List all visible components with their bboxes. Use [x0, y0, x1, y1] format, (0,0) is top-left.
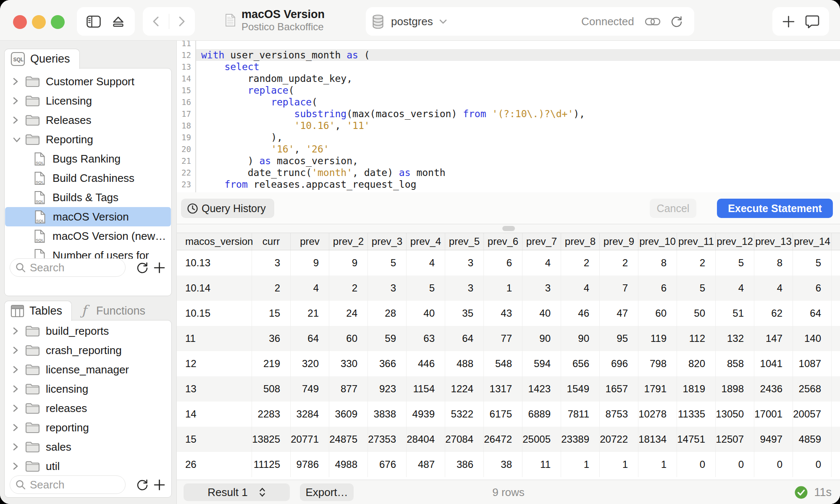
feedback-bubble-icon[interactable] — [805, 15, 819, 29]
sidebar-folder-item[interactable]: license_manager — [5, 360, 171, 379]
cell-value[interactable]: 23389 — [561, 427, 600, 452]
sidebar-folder-item[interactable]: Licensing — [5, 91, 171, 110]
cell-value[interactable]: 1791 — [638, 376, 677, 402]
cell-value[interactable]: 3 — [445, 276, 484, 301]
cell-value[interactable]: 28 — [368, 301, 407, 326]
chevron-down-icon[interactable] — [439, 19, 447, 24]
cell-value[interactable]: 2 — [329, 276, 368, 301]
cell-value[interactable]: 1041 — [754, 351, 793, 376]
cell-value[interactable]: 13825 — [252, 427, 291, 452]
column-header[interactable]: prev_2 — [329, 233, 368, 250]
cell-value[interactable]: 63 — [407, 326, 445, 351]
cell-value[interactable]: 487 — [407, 452, 445, 477]
cell-version[interactable]: 15 — [177, 427, 252, 452]
code-line[interactable]: 22 date_trunc('month', date) as month — [177, 167, 840, 178]
cell-value[interactable]: 2 — [600, 250, 638, 276]
add-table-plus-icon[interactable] — [153, 479, 165, 491]
cell-value[interactable]: 6 — [484, 250, 522, 276]
cell-value[interactable]: 2436 — [754, 376, 793, 402]
cell-value[interactable]: 7811 — [561, 402, 600, 427]
cell-version[interactable]: 11 — [177, 326, 252, 351]
cell-value[interactable]: 112 — [677, 326, 716, 351]
cell-value[interactable]: 923 — [368, 376, 407, 402]
chevron-right-icon[interactable] — [12, 77, 25, 86]
splitter-handle[interactable] — [502, 226, 515, 231]
sql-editor[interactable]: 1112with user_versions_month as (13 sele… — [177, 41, 840, 192]
cell-value[interactable]: 11 — [522, 452, 561, 477]
cell-value[interactable]: 8 — [754, 250, 793, 276]
cell-value[interactable]: 9 — [329, 250, 368, 276]
tab-functions[interactable]: ƒ Functions — [76, 301, 150, 321]
cell-value[interactable]: 1549 — [561, 376, 600, 402]
cell-value[interactable]: 50 — [677, 301, 716, 326]
cell-value[interactable]: 5 — [716, 250, 754, 276]
cell-value[interactable]: 3 — [368, 276, 407, 301]
cell-value[interactable]: 2 — [252, 276, 291, 301]
cell-value[interactable]: 60 — [638, 301, 677, 326]
editor-results-splitter[interactable] — [177, 224, 840, 233]
cell-value[interactable]: 696 — [600, 351, 638, 376]
cell-value[interactable]: 798 — [638, 351, 677, 376]
code-line[interactable]: 17 substring(max(macos_version) from '(?… — [177, 108, 840, 120]
cell-value[interactable]: 366 — [368, 351, 407, 376]
table-row[interactable]: 1350874987792311541224131714231549165717… — [177, 376, 840, 402]
execute-statement-button[interactable]: Execute Statement — [717, 199, 833, 218]
cell-value[interactable]: 5 — [793, 250, 832, 276]
cell-version[interactable]: 26 — [177, 452, 252, 477]
cell-value[interactable]: 14751 — [677, 427, 716, 452]
cell-value[interactable]: 64 — [793, 301, 832, 326]
cell-value[interactable]: 40 — [522, 301, 561, 326]
code-line[interactable]: 14 random_update_key, — [177, 73, 840, 84]
cell-value[interactable]: 25005 — [522, 427, 561, 452]
cell-value[interactable]: 3838 — [368, 402, 407, 427]
cell-value[interactable]: 15 — [252, 301, 291, 326]
sidebar-query-item[interactable]: SQLmacOS Version — [5, 207, 171, 226]
forward-icon[interactable] — [177, 15, 186, 28]
sidebar-query-item[interactable]: SQLBuild Crashiness — [5, 168, 171, 188]
cell-value[interactable]: 11125 — [252, 452, 291, 477]
cell-value[interactable]: 0 — [793, 452, 832, 477]
column-header[interactable]: prev_5 — [445, 233, 484, 250]
new-tab-plus-icon[interactable] — [782, 15, 795, 28]
cell-value[interactable]: 20722 — [600, 427, 638, 452]
cancel-button[interactable]: Cancel — [650, 199, 696, 218]
sidebar-query-item[interactable]: SQLBuilds & Tags — [5, 188, 171, 207]
cell-value[interactable]: 1224 — [445, 376, 484, 402]
cell-value[interactable]: 4988 — [329, 452, 368, 477]
sidebar-folder-item[interactable]: licensing — [5, 379, 171, 399]
cell-value[interactable]: 4 — [561, 276, 600, 301]
cell-value[interactable]: 64 — [291, 326, 329, 351]
table-row[interactable]: 1513825207712487527353284042708426472250… — [177, 427, 840, 452]
column-header[interactable]: prev_9 — [600, 233, 638, 250]
cell-value[interactable]: 330 — [329, 351, 368, 376]
cell-value[interactable]: 10278 — [638, 402, 677, 427]
cell-value[interactable]: 0 — [716, 452, 754, 477]
cell-value[interactable]: 508 — [252, 376, 291, 402]
cell-value[interactable]: 28404 — [407, 427, 445, 452]
tables-search-input[interactable] — [30, 478, 114, 491]
column-header[interactable]: prev — [291, 233, 329, 250]
cell-value[interactable]: 27353 — [368, 427, 407, 452]
cell-value[interactable]: 6 — [793, 276, 832, 301]
cell-value[interactable]: 26472 — [484, 427, 522, 452]
column-header[interactable]: prev_12 — [716, 233, 754, 250]
cell-value[interactable]: 27084 — [445, 427, 484, 452]
cell-value[interactable]: 6889 — [522, 402, 561, 427]
result-selector[interactable]: Result 1 — [184, 483, 290, 501]
cell-value[interactable]: 594 — [522, 351, 561, 376]
table-row[interactable]: 1221932033036644648854859465669679882085… — [177, 351, 840, 376]
table-row[interactable]: 10.15152124284035434046476050516264 — [177, 301, 840, 326]
cell-value[interactable]: 1 — [638, 452, 677, 477]
cell-value[interactable]: 656 — [561, 351, 600, 376]
sidebar-folder-item[interactable]: Customer Support — [5, 72, 171, 91]
cell-value[interactable]: 6175 — [484, 402, 522, 427]
cell-value[interactable]: 5 — [368, 250, 407, 276]
chevron-right-icon[interactable] — [12, 384, 25, 394]
tables-search-field[interactable] — [10, 475, 126, 494]
chevron-right-icon[interactable] — [12, 96, 25, 105]
sidebar-query-item[interactable]: SQLmacOS Version (new… — [5, 226, 171, 246]
column-header[interactable]: prev_6 — [484, 233, 522, 250]
cell-value[interactable]: 6 — [638, 276, 677, 301]
column-header[interactable]: prev_11 — [677, 233, 716, 250]
column-header[interactable]: prev_13 — [754, 233, 793, 250]
